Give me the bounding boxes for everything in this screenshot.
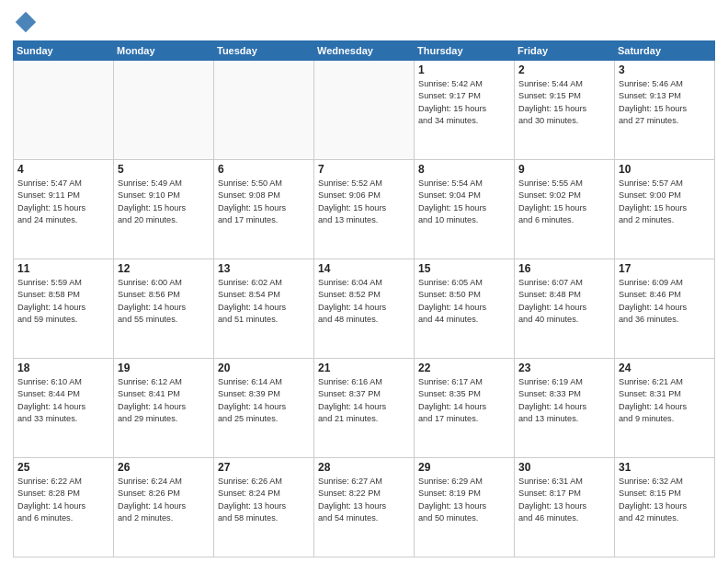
- day-info: Sunrise: 6:29 AM Sunset: 8:19 PM Dayligh…: [418, 476, 510, 524]
- day-info: Sunrise: 5:42 AM Sunset: 9:17 PM Dayligh…: [418, 78, 510, 127]
- day-number: 17: [619, 262, 711, 275]
- logo: [13, 9, 40, 35]
- calendar-cell: 5Sunrise: 5:49 AM Sunset: 9:10 PM Daylig…: [114, 160, 214, 259]
- calendar-cell: 28Sunrise: 6:27 AM Sunset: 8:22 PM Dayli…: [314, 458, 415, 557]
- day-number: 8: [418, 163, 510, 176]
- calendar-cell: 21Sunrise: 6:16 AM Sunset: 8:37 PM Dayli…: [314, 359, 415, 458]
- day-number: 2: [518, 63, 610, 76]
- calendar-cell: 12Sunrise: 6:00 AM Sunset: 8:56 PM Dayli…: [114, 259, 214, 359]
- day-info: Sunrise: 6:04 AM Sunset: 8:52 PM Dayligh…: [318, 277, 410, 326]
- calendar-cell: 3Sunrise: 5:46 AM Sunset: 9:13 PM Daylig…: [615, 61, 715, 160]
- day-info: Sunrise: 6:31 AM Sunset: 8:17 PM Dayligh…: [518, 476, 610, 524]
- calendar-cell: 8Sunrise: 5:54 AM Sunset: 9:04 PM Daylig…: [415, 160, 515, 259]
- calendar-cell: 9Sunrise: 5:55 AM Sunset: 9:02 PM Daylig…: [515, 160, 615, 259]
- calendar-cell: 18Sunrise: 6:10 AM Sunset: 8:44 PM Dayli…: [14, 359, 114, 458]
- day-info: Sunrise: 6:14 AM Sunset: 8:39 PM Dayligh…: [218, 376, 310, 425]
- calendar-week-row: 1Sunrise: 5:42 AM Sunset: 9:17 PM Daylig…: [14, 61, 715, 160]
- weekday-header-friday: Friday: [515, 41, 615, 61]
- day-number: 24: [619, 362, 711, 374]
- weekday-header-wednesday: Wednesday: [314, 41, 415, 61]
- calendar-cell: 2Sunrise: 5:44 AM Sunset: 9:15 PM Daylig…: [515, 61, 615, 160]
- header: [13, 9, 715, 35]
- day-number: 13: [218, 262, 310, 275]
- calendar-week-row: 4Sunrise: 5:47 AM Sunset: 9:11 PM Daylig…: [14, 160, 715, 259]
- calendar-cell: [14, 61, 114, 160]
- calendar-cell: 31Sunrise: 6:32 AM Sunset: 8:15 PM Dayli…: [615, 458, 715, 557]
- day-info: Sunrise: 6:32 AM Sunset: 8:15 PM Dayligh…: [619, 476, 711, 524]
- day-info: Sunrise: 5:49 AM Sunset: 9:10 PM Dayligh…: [118, 178, 210, 226]
- calendar-cell: 4Sunrise: 5:47 AM Sunset: 9:11 PM Daylig…: [14, 160, 114, 259]
- day-number: 30: [518, 461, 610, 474]
- day-info: Sunrise: 6:07 AM Sunset: 8:48 PM Dayligh…: [518, 277, 610, 326]
- day-info: Sunrise: 5:59 AM Sunset: 8:58 PM Dayligh…: [17, 277, 109, 326]
- day-info: Sunrise: 5:57 AM Sunset: 9:00 PM Dayligh…: [619, 178, 711, 226]
- calendar-week-row: 11Sunrise: 5:59 AM Sunset: 8:58 PM Dayli…: [14, 259, 715, 359]
- page-container: SundayMondayTuesdayWednesdayThursdayFrid…: [0, 0, 728, 563]
- day-info: Sunrise: 5:55 AM Sunset: 9:02 PM Dayligh…: [518, 178, 610, 226]
- calendar-cell: 11Sunrise: 5:59 AM Sunset: 8:58 PM Dayli…: [14, 259, 114, 359]
- weekday-header-monday: Monday: [114, 41, 214, 61]
- day-info: Sunrise: 5:50 AM Sunset: 9:08 PM Dayligh…: [218, 178, 310, 226]
- day-info: Sunrise: 6:02 AM Sunset: 8:54 PM Dayligh…: [218, 277, 310, 326]
- day-info: Sunrise: 5:44 AM Sunset: 9:15 PM Dayligh…: [518, 78, 610, 127]
- calendar-cell: 6Sunrise: 5:50 AM Sunset: 9:08 PM Daylig…: [214, 160, 314, 259]
- day-number: 21: [318, 362, 410, 374]
- day-number: 6: [218, 163, 310, 176]
- day-number: 23: [518, 362, 610, 374]
- calendar-cell: 13Sunrise: 6:02 AM Sunset: 8:54 PM Dayli…: [214, 259, 314, 359]
- day-number: 18: [17, 362, 109, 374]
- calendar-cell: [314, 61, 415, 160]
- day-number: 7: [318, 163, 410, 176]
- day-info: Sunrise: 6:19 AM Sunset: 8:33 PM Dayligh…: [518, 376, 610, 425]
- day-number: 22: [418, 362, 510, 374]
- calendar-table: SundayMondayTuesdayWednesdayThursdayFrid…: [13, 40, 715, 557]
- day-number: 10: [619, 163, 711, 176]
- calendar-cell: 30Sunrise: 6:31 AM Sunset: 8:17 PM Dayli…: [515, 458, 615, 557]
- day-number: 14: [318, 262, 410, 275]
- day-info: Sunrise: 6:21 AM Sunset: 8:31 PM Dayligh…: [619, 376, 711, 425]
- day-info: Sunrise: 6:00 AM Sunset: 8:56 PM Dayligh…: [118, 277, 210, 326]
- calendar-cell: 14Sunrise: 6:04 AM Sunset: 8:52 PM Dayli…: [314, 259, 415, 359]
- day-info: Sunrise: 6:05 AM Sunset: 8:50 PM Dayligh…: [418, 277, 510, 326]
- calendar-cell: 7Sunrise: 5:52 AM Sunset: 9:06 PM Daylig…: [314, 160, 415, 259]
- day-number: 11: [17, 262, 109, 275]
- calendar-cell: 17Sunrise: 6:09 AM Sunset: 8:46 PM Dayli…: [615, 259, 715, 359]
- day-info: Sunrise: 6:17 AM Sunset: 8:35 PM Dayligh…: [418, 376, 510, 425]
- calendar-cell: 29Sunrise: 6:29 AM Sunset: 8:19 PM Dayli…: [415, 458, 515, 557]
- calendar-cell: 10Sunrise: 5:57 AM Sunset: 9:00 PM Dayli…: [615, 160, 715, 259]
- weekday-header-saturday: Saturday: [615, 41, 715, 61]
- day-info: Sunrise: 6:16 AM Sunset: 8:37 PM Dayligh…: [318, 376, 410, 425]
- weekday-header-row: SundayMondayTuesdayWednesdayThursdayFrid…: [14, 41, 715, 61]
- day-number: 26: [118, 461, 210, 474]
- day-number: 3: [619, 63, 711, 76]
- calendar-cell: [214, 61, 314, 160]
- calendar-cell: [114, 61, 214, 160]
- day-info: Sunrise: 6:10 AM Sunset: 8:44 PM Dayligh…: [17, 376, 109, 425]
- calendar-week-row: 25Sunrise: 6:22 AM Sunset: 8:28 PM Dayli…: [14, 458, 715, 557]
- day-number: 4: [17, 163, 109, 176]
- day-info: Sunrise: 5:46 AM Sunset: 9:13 PM Dayligh…: [619, 78, 711, 127]
- day-number: 5: [118, 163, 210, 176]
- day-number: 9: [518, 163, 610, 176]
- day-info: Sunrise: 5:54 AM Sunset: 9:04 PM Dayligh…: [418, 178, 510, 226]
- day-info: Sunrise: 6:26 AM Sunset: 8:24 PM Dayligh…: [218, 476, 310, 524]
- day-number: 28: [318, 461, 410, 474]
- calendar-cell: 26Sunrise: 6:24 AM Sunset: 8:26 PM Dayli…: [114, 458, 214, 557]
- day-number: 25: [17, 461, 109, 474]
- day-number: 20: [218, 362, 310, 374]
- day-number: 15: [418, 262, 510, 275]
- calendar-cell: 27Sunrise: 6:26 AM Sunset: 8:24 PM Dayli…: [214, 458, 314, 557]
- day-info: Sunrise: 6:09 AM Sunset: 8:46 PM Dayligh…: [619, 277, 711, 326]
- weekday-header-thursday: Thursday: [415, 41, 515, 61]
- day-number: 31: [619, 461, 711, 474]
- calendar-cell: 25Sunrise: 6:22 AM Sunset: 8:28 PM Dayli…: [14, 458, 114, 557]
- calendar-cell: 23Sunrise: 6:19 AM Sunset: 8:33 PM Dayli…: [515, 359, 615, 458]
- day-number: 16: [518, 262, 610, 275]
- day-number: 1: [418, 63, 510, 76]
- calendar-cell: 19Sunrise: 6:12 AM Sunset: 8:41 PM Dayli…: [114, 359, 214, 458]
- svg-marker-0: [16, 12, 36, 32]
- weekday-header-tuesday: Tuesday: [214, 41, 314, 61]
- calendar-week-row: 18Sunrise: 6:10 AM Sunset: 8:44 PM Dayli…: [14, 359, 715, 458]
- weekday-header-sunday: Sunday: [14, 41, 114, 61]
- day-info: Sunrise: 5:52 AM Sunset: 9:06 PM Dayligh…: [318, 178, 410, 226]
